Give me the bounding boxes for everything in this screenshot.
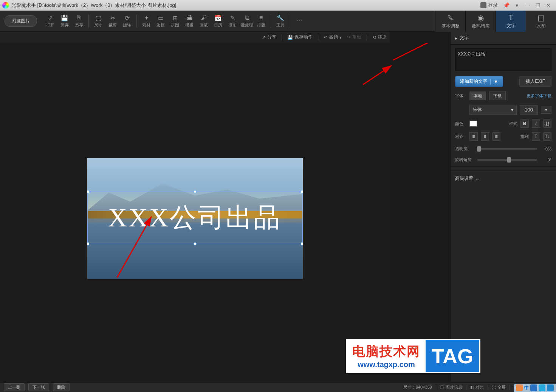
resize-handle[interactable] — [301, 190, 303, 193]
font-download-tab[interactable]: 下载 — [489, 91, 506, 100]
menu-button[interactable]: ▾ — [511, 2, 522, 9]
tool-另存[interactable]: ⎘另存 — [72, 14, 86, 28]
right-tab-文字[interactable]: T文字 — [496, 11, 526, 32]
resize-handle[interactable] — [301, 242, 303, 245]
font-size-input[interactable] — [520, 105, 538, 115]
redo-button[interactable]: ↷ 重做 — [347, 34, 361, 40]
panel-header[interactable]: ▸ 文字 — [451, 32, 556, 45]
delete-image-button[interactable]: 删除 — [53, 383, 70, 391]
opacity-label: 透明度 — [455, 146, 474, 152]
tool-icon: 🔧 — [277, 14, 284, 22]
undo-button[interactable]: ↶ 撤销 ▾ — [324, 34, 342, 40]
font-local-tab[interactable]: 本地 — [469, 91, 486, 100]
tool-工具[interactable]: 🔧工具 — [273, 14, 288, 28]
tool-icon: ⧉ — [243, 14, 251, 22]
tool-icon: ✎ — [229, 14, 236, 22]
tab-icon: ◉ — [477, 13, 484, 22]
restore-button[interactable]: ⟲ 还原 — [372, 34, 387, 40]
browse-images-button[interactable]: 浏览图片 — [5, 15, 37, 27]
align-label: 对齐 — [455, 134, 466, 139]
right-tabs: ✎基本调整◉数码暗房T文字◫水印 — [435, 11, 556, 32]
opacity-value: 0% — [540, 147, 551, 151]
insert-exif-button[interactable]: 插入EXIF — [519, 76, 551, 87]
maximize-button[interactable]: ☐ — [533, 2, 543, 9]
tool-icon: 💾 — [61, 14, 68, 22]
rotate-slider[interactable] — [477, 159, 537, 161]
app-logo-icon — [2, 2, 9, 9]
align-center-button[interactable]: ≡ — [481, 132, 489, 141]
right-tab-基本调整[interactable]: ✎基本调整 — [435, 11, 465, 32]
tool-日历[interactable]: 📅日历 — [211, 14, 225, 28]
arrange-vertical-button[interactable]: T↓ — [543, 132, 551, 141]
tab-icon: T — [508, 13, 513, 22]
pin-button[interactable]: 📌 — [501, 2, 511, 9]
save-action-button[interactable]: 💾 保存动作 — [287, 34, 313, 40]
tool-排版[interactable]: ≡排版 — [254, 14, 268, 28]
compare-button[interactable]: ◧ 对比 — [470, 384, 484, 390]
rotate-label: 旋转角度 — [455, 157, 474, 163]
right-tab-数码暗房[interactable]: ◉数码暗房 — [465, 11, 496, 32]
rotate-handle[interactable] — [194, 242, 197, 245]
tool-拼图[interactable]: ⊞拼图 — [168, 14, 182, 28]
italic-button[interactable]: I — [532, 119, 540, 128]
opacity-slider[interactable] — [477, 148, 537, 150]
tab-icon: ◫ — [537, 13, 545, 22]
text-content-input[interactable] — [455, 48, 551, 71]
right-tab-水印[interactable]: ◫水印 — [526, 11, 556, 32]
fullscreen-button[interactable]: ⛶ 全屏 — [492, 384, 506, 390]
font-family-select[interactable]: 宋体▾ — [469, 105, 517, 115]
tool-icon: ✂ — [109, 14, 116, 22]
tool-尺寸[interactable]: ⬚尺寸 — [91, 14, 105, 28]
image-canvas[interactable]: XXX公司出品 — [87, 158, 303, 279]
rotate-handle[interactable] — [194, 190, 197, 193]
tool-抠图[interactable]: ✎抠图 — [225, 14, 240, 28]
underline-button[interactable]: U — [543, 119, 551, 128]
tray-icon[interactable] — [530, 384, 537, 391]
tool-裁剪[interactable]: ✂裁剪 — [105, 14, 120, 28]
tool-保存[interactable]: 💾保存 — [57, 14, 72, 28]
resize-handle[interactable] — [87, 242, 89, 245]
align-left-button[interactable]: ≡ — [469, 132, 478, 141]
overlay-text[interactable]: XXX公司出品 — [108, 200, 282, 236]
tool-icon: ↗ — [46, 14, 54, 22]
more-fonts-link[interactable]: 更多字体下载 — [527, 93, 551, 99]
close-button[interactable]: ✕ — [543, 2, 554, 9]
canvas-area[interactable]: XXX公司出品 — [0, 43, 390, 392]
tray-icon[interactable] — [516, 384, 523, 391]
tool-模板[interactable]: 🖶模板 — [182, 14, 197, 28]
tool-边框[interactable]: ▭边框 — [153, 14, 168, 28]
bold-button[interactable]: B — [520, 119, 529, 128]
tray-icon[interactable] — [547, 384, 554, 391]
tool-打开[interactable]: ↗打开 — [43, 14, 57, 28]
add-text-button[interactable]: 添加新的文字▼ — [455, 76, 503, 87]
watermark-title: 电脑技术网 — [352, 343, 420, 360]
text-color-swatch[interactable] — [469, 121, 477, 127]
tool-素材[interactable]: ✦素材 — [139, 14, 153, 28]
align-right-button[interactable]: ≡ — [492, 132, 500, 141]
minimize-button[interactable]: — — [522, 2, 533, 9]
tool-画笔[interactable]: 🖌画笔 — [197, 14, 211, 28]
titlebar: 光影魔术手 [D:\tools\桌面\work（2）\work（0）素材\调整大… — [0, 0, 556, 11]
resize-handle[interactable] — [87, 190, 89, 193]
svg-line-1 — [363, 66, 391, 85]
tool-旋转[interactable]: ⟳旋转 — [120, 14, 134, 28]
font-size-dropdown[interactable]: ▾ — [541, 106, 551, 114]
login-button[interactable]: 登录 — [480, 2, 498, 9]
tool-icon: ⟳ — [123, 14, 131, 22]
tool-icon: 📅 — [214, 14, 222, 22]
text-overlay-box[interactable]: XXX公司出品 — [87, 191, 303, 244]
tool-[interactable]: ⋯ — [293, 17, 307, 25]
tool-批处理[interactable]: ⧉批处理 — [240, 14, 254, 28]
advanced-settings-toggle[interactable]: 高级设置 ⌄ — [451, 170, 556, 186]
window-title: 光影魔术手 [D:\tools\桌面\work（2）\work（0）素材\调整大… — [11, 2, 176, 9]
tray-icon[interactable] — [539, 384, 545, 391]
image-dimensions: 尺寸：640×359 — [403, 384, 432, 390]
arrange-horizontal-button[interactable]: T — [532, 132, 540, 141]
next-image-button[interactable]: 下一张 — [28, 383, 49, 391]
prev-image-button[interactable]: 上一张 — [4, 383, 25, 391]
image-info-button[interactable]: ⓘ 图片信息 — [440, 384, 462, 390]
watermark-url: www.tagxp.com — [352, 360, 420, 369]
share-button[interactable]: ↗ 分享 — [262, 34, 276, 40]
chevron-down-icon: ⌄ — [475, 176, 479, 181]
tool-icon: ≡ — [257, 14, 265, 22]
